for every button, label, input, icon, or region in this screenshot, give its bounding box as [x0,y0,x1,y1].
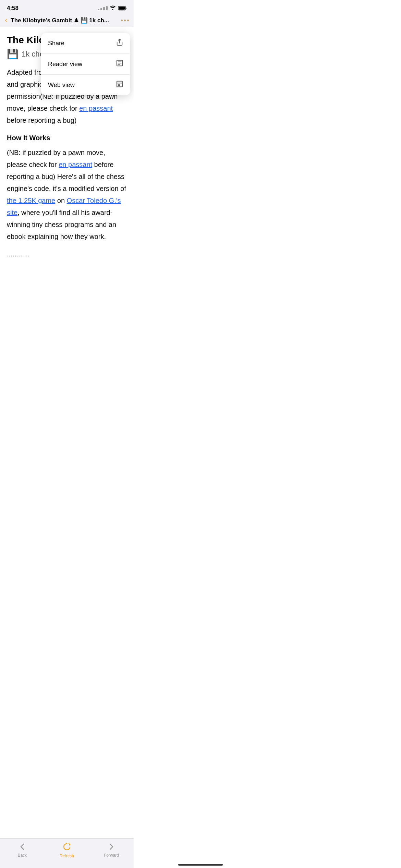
truncated-content: ............ [7,248,127,263]
dropdown-reader-view[interactable]: Reader view [41,54,130,75]
page-title: The Kilobyte's Gambit ♟ 💾 1k ch... [11,17,118,24]
reader-view-icon [116,59,123,69]
status-icons [98,5,127,11]
link-125k-game[interactable]: the 1.25K game [7,197,55,204]
share-icon [116,38,123,48]
status-bar: 4:58 [0,0,134,14]
back-button[interactable]: ‹ [5,16,7,24]
share-label: Share [48,40,64,47]
section-heading-how-it-works: How It Works [7,132,127,144]
dropdown-menu: Share Reader view Web view [41,33,130,95]
dropdown-web-view[interactable]: Web view [41,75,130,95]
svg-rect-9 [118,84,120,86]
floppy-icon: 💾 [7,48,19,60]
wifi-icon [110,5,116,11]
article-body: Adapted from code by Oscar Toledo G. and… [7,67,127,263]
link-en-passant-1[interactable]: en passant [79,105,113,112]
paragraph-2: (NB: if puzzled by a pawn move, please c… [7,147,127,243]
svg-rect-1 [119,7,125,10]
subtitle-text: 1k che [22,50,44,59]
status-time: 4:58 [7,5,19,12]
signal-icon [98,6,108,10]
battery-icon [118,6,127,11]
web-view-label: Web view [48,82,75,89]
link-en-passant-2[interactable]: en passant [59,161,92,168]
dropdown-share[interactable]: Share [41,33,130,54]
web-view-icon [116,80,123,90]
more-button[interactable] [121,20,129,21]
nav-bar: ‹ The Kilobyte's Gambit ♟ 💾 1k ch... [0,14,134,27]
reader-view-label: Reader view [48,61,82,68]
